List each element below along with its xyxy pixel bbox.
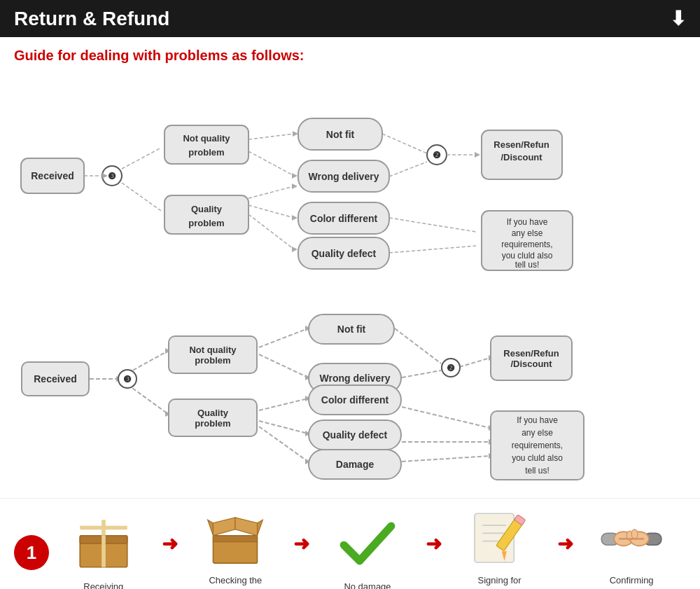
received-box: Received: [21, 361, 90, 396]
svg-point-101: [631, 529, 638, 539]
steps-section: 1 Receiving ➜: [0, 498, 700, 589]
result2-label: If you have any else requirements, you c…: [512, 414, 563, 477]
outcome-notfit: Not fit: [308, 314, 395, 345]
svg-line-66: [259, 427, 308, 462]
circle2: ❷: [441, 358, 461, 377]
svg-line-74: [402, 456, 490, 462]
flowchart-clean: Received ❸ Not quality problem Quality p…: [14, 274, 686, 484]
outcome-colordiff: Color different: [308, 384, 402, 415]
svg-line-68: [395, 328, 441, 363]
outcome5-label: Damage: [336, 459, 374, 470]
svg-line-60: [259, 354, 308, 377]
svg-marker-87: [214, 518, 236, 536]
branch2-label: Quality problem: [195, 408, 230, 429]
branch2-box: Quality problem: [168, 399, 258, 437]
outcome1-label: Not fit: [337, 324, 365, 335]
flowchart-container: Received ❸ Not quality problem Quality p…: [14, 78, 686, 274]
outcome4-label: Quality defect: [323, 429, 388, 441]
circle3-label: ❸: [123, 374, 132, 384]
svg-marker-86: [258, 520, 263, 536]
result1-label: Resen/Refun /Discount: [503, 348, 559, 369]
header-title: Return & Refund: [14, 8, 169, 30]
svg-rect-84: [214, 536, 258, 542]
step1-item-nodamage: No damage: [313, 512, 422, 589]
svg-line-54: [127, 351, 168, 373]
received-label: Received: [34, 373, 76, 384]
box-closed-icon: [72, 512, 135, 575]
step-number-1: 1: [14, 535, 49, 570]
svg-marker-88: [235, 518, 258, 536]
svg-line-55: [127, 384, 168, 414]
step-row-1: 1 Receiving ➜: [14, 506, 686, 589]
checkmark-icon: [336, 512, 399, 575]
step1-label-confirming: Confirming the delivery: [608, 574, 654, 589]
arrow-1-1: ➜: [158, 532, 181, 555]
svg-line-64: [259, 421, 308, 434]
step1-item-checking: Checking the goods: [181, 506, 290, 589]
outcome-qualitydefect: Quality defect: [308, 420, 402, 450]
arrow-1-4: ➜: [554, 532, 577, 555]
step1-label-receiving: Receiving: [83, 581, 123, 589]
svg-line-69: [402, 370, 441, 377]
handshake-icon: [600, 506, 663, 569]
header-arrow: ⬇: [670, 7, 686, 30]
circle2-label: ❷: [447, 363, 455, 373]
step1-label-nodamage: No damage: [344, 581, 391, 589]
svg-marker-85: [208, 520, 214, 536]
flowchart-section: Received ❸ Not quality problem Quality p…: [0, 71, 700, 498]
subtitle: Guide for dealing with problems as follo…: [0, 37, 700, 71]
outcome2-label: Wrong delivery: [320, 373, 391, 384]
result1-box: Resen/Refun /Discount: [490, 335, 573, 381]
svg-line-70: [459, 358, 490, 367]
step1-item-signing: Signing for the pack: [445, 506, 554, 589]
box-open-icon: [204, 506, 267, 569]
step1-label-signing: Signing for the pack: [478, 574, 522, 589]
flowchart-overlay: [14, 78, 686, 274]
svg-line-58: [259, 328, 308, 347]
step1-label-checking: Checking the goods: [209, 574, 262, 589]
svg-line-62: [259, 399, 308, 410]
arrow-1-3: ➜: [422, 532, 445, 555]
branch1-box: Not quality problem: [168, 335, 258, 374]
branch1-label: Not quality problem: [189, 345, 236, 366]
circle3: ❸: [118, 369, 137, 389]
step1-item-receiving: Receiving: [49, 512, 158, 589]
outcome3-label: Color different: [321, 394, 388, 406]
pencil-document-icon: [468, 506, 531, 569]
step1-number-label: 1: [27, 542, 36, 564]
step1-item-confirming: Confirming the delivery: [577, 506, 686, 589]
header: Return & Refund ⬇: [0, 0, 700, 37]
outcome-damage: Damage: [308, 449, 402, 480]
arrow-1-2: ➜: [290, 532, 313, 555]
result2-box: If you have any else requirements, you c…: [490, 410, 584, 480]
svg-line-72: [402, 407, 490, 428]
